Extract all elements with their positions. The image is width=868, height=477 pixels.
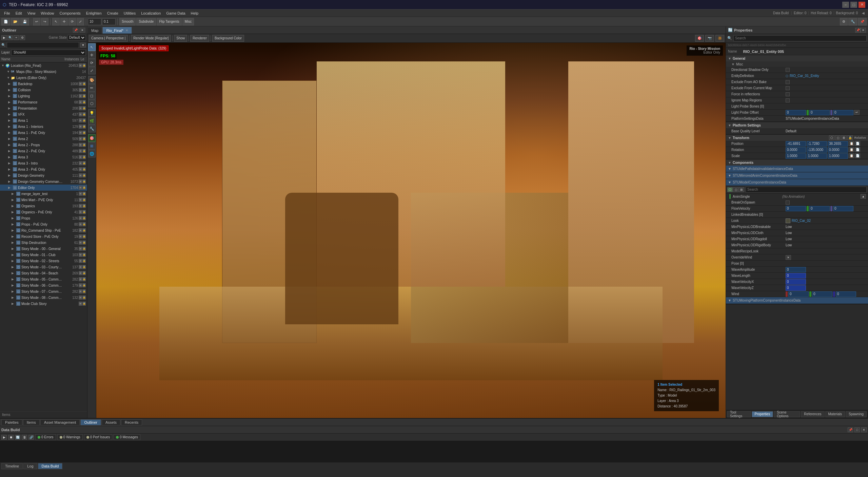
item-arrow[interactable]: ▶	[8, 107, 12, 110]
item-arrow[interactable]: ▶	[12, 216, 16, 220]
item-arrow[interactable]: ▶	[12, 235, 16, 238]
override-wind-x-button[interactable]: ✕	[786, 255, 791, 260]
flip-tangents-button[interactable]: Flip Tangents	[157, 18, 181, 25]
vis-lock-btn[interactable]: 🔒	[82, 295, 86, 300]
foliage-tool[interactable]: 🌿	[88, 117, 96, 125]
item-arrow[interactable]: ▶	[8, 180, 12, 183]
comp-btn-2[interactable]: ◻	[733, 187, 738, 192]
force-reflections-checkbox[interactable]	[786, 92, 790, 96]
vis-lock-btn[interactable]: 🔒	[82, 192, 86, 196]
layer-item-4[interactable]: ▶ ◻ Presentation 208 👁 🔒	[0, 105, 87, 111]
collapse-icon[interactable]: ◀	[860, 11, 867, 15]
wind-x[interactable]	[788, 291, 809, 297]
layer-item-23[interactable]: ▶ ◻ Props - PvE Only 80 👁 🔒	[0, 221, 87, 227]
layer-item-10[interactable]: ▶ ◻ Area 2 - Props 288 👁 🔒	[0, 142, 87, 148]
layer-item-16[interactable]: ▶ ◻ Design Geometry Command Ship 1073 👁 …	[0, 178, 87, 185]
scale-copy[interactable]: 📋	[849, 153, 854, 158]
layer-item-5[interactable]: ▶ ◻ VFX 437 👁 🔒	[0, 111, 87, 117]
vis-eye-btn[interactable]: 👁	[79, 179, 82, 184]
exclude-map-checkbox[interactable]	[786, 86, 790, 90]
sculpt-tool[interactable]: ✏	[88, 84, 96, 92]
select-tool[interactable]: ↖	[88, 43, 96, 51]
vis-lock-btn[interactable]: 🔒	[82, 149, 86, 153]
item-arrow[interactable]: ▶	[8, 125, 12, 128]
show-button[interactable]: Show	[174, 35, 187, 42]
vis-eye-btn[interactable]: 👁	[79, 283, 82, 287]
outliner-tb-1[interactable]: ▶	[1, 35, 7, 40]
layer-item-1[interactable]: ▶ ◻ Collision 305 👁 🔒	[0, 87, 87, 93]
vis-eye-btn[interactable]: 👁	[79, 192, 82, 196]
save-button[interactable]: 💾	[20, 18, 29, 25]
data-build-close[interactable]: ✕	[861, 427, 867, 432]
layer-item-11[interactable]: ▶ ◻ Area 2 - PvE Only 489 👁 🔒	[0, 148, 87, 154]
vis-eye-btn[interactable]: 👁	[79, 106, 82, 110]
settings-tool[interactable]: 🔧	[88, 125, 96, 132]
vis-lock-btn[interactable]: 🔒	[82, 131, 86, 135]
camera-mode-button[interactable]: Camera | Perspective |	[89, 35, 128, 42]
vis-eye-btn[interactable]: 👁	[79, 259, 82, 263]
outliner-tb-2[interactable]: 🔍	[7, 35, 13, 40]
rot-copy[interactable]: 📋	[849, 147, 854, 152]
background-color-button[interactable]: Background Color	[212, 35, 244, 42]
tab-assets[interactable]: Assets	[102, 419, 120, 425]
component-moving-platform[interactable]: ▼ STUMovingPlatformComponentInstanceData	[726, 297, 868, 304]
props-tab-materials[interactable]: Materials	[825, 411, 845, 417]
footer-tab-log[interactable]: Log	[23, 463, 37, 469]
snap-tool[interactable]: ⊞	[88, 142, 96, 150]
vis-lock-btn[interactable]: 🔒	[82, 228, 86, 232]
layer-item-21[interactable]: ▶ ◻ Organics - PvE Only 41 👁 🔒	[0, 209, 87, 215]
props-tab-scene-options[interactable]: Scene Options	[774, 411, 800, 417]
item-arrow[interactable]: ▶	[12, 210, 16, 214]
layer-item-22[interactable]: ▶ ◻ Props 126 👁 🔒	[0, 215, 87, 221]
item-arrow[interactable]: ▶	[12, 241, 16, 244]
transform-btn-4[interactable]: 🔒	[847, 135, 853, 140]
light-tool[interactable]: 💡	[88, 109, 96, 117]
vis-lock-btn[interactable]: 🔒	[82, 88, 86, 92]
item-arrow[interactable]: ▶	[8, 94, 12, 98]
wind-z[interactable]	[836, 291, 856, 297]
layer-item-35[interactable]: ▶ ◻ Story Mode - 08 - Command Ship E 132…	[0, 294, 87, 301]
vis-eye-btn[interactable]: 👁	[79, 167, 82, 171]
data-build-maximize[interactable]: □	[854, 427, 860, 432]
comp-btn-1[interactable]: ⬡	[727, 187, 733, 192]
section-platform-header[interactable]: ▼ Platform Settings	[726, 122, 868, 128]
hex-tool[interactable]: ⬡	[88, 100, 96, 107]
layer-item-9[interactable]: ▶ ◻ Area 2 509 👁 🔒	[0, 136, 87, 142]
item-arrow[interactable]: ▶	[12, 271, 16, 275]
vis-eye-btn[interactable]: 👁	[79, 143, 82, 147]
box-tool[interactable]: ◻	[88, 92, 96, 99]
scale-paste[interactable]: 📄	[855, 153, 860, 158]
minimize-button[interactable]: −	[842, 2, 849, 8]
item-arrow[interactable]: ▶	[8, 161, 12, 165]
scale-y[interactable]	[807, 153, 827, 159]
scale-button[interactable]: ⤢	[77, 18, 84, 25]
menu-window[interactable]: Window	[38, 11, 57, 16]
item-arrow[interactable]: ▶	[8, 186, 12, 189]
move-tool[interactable]: ✛	[88, 51, 96, 59]
menu-help[interactable]: Help	[188, 11, 201, 16]
layer-item-18[interactable]: ▶ ◻ merge_layer_test 1 👁 🔒	[0, 191, 87, 197]
vis-eye-btn[interactable]: 👁	[79, 289, 82, 293]
warnings-badge[interactable]: 0 Warnings	[57, 434, 83, 440]
vis-eye-btn[interactable]: 👁	[79, 228, 82, 232]
vis-eye-btn[interactable]: 👁	[79, 204, 82, 208]
vis-lock-btn[interactable]: 🔒	[82, 241, 86, 245]
props-tab-properties[interactable]: Properties	[752, 411, 773, 417]
vis-lock-btn[interactable]: 🔒	[82, 277, 86, 281]
redo-button[interactable]: ↪	[41, 18, 48, 25]
layer-item-19[interactable]: ▶ ◻ Mini Mart - PVE Only 11 👁 🔒	[0, 197, 87, 203]
vis-lock-btn[interactable]: 🔒	[82, 143, 86, 147]
scale-tool[interactable]: ⤢	[88, 67, 96, 74]
vis-eye-btn[interactable]: 👁	[79, 222, 82, 226]
layer-item-8[interactable]: ▶ ◻ Area 1 - PvE Only 194 👁 🔒	[0, 130, 87, 136]
vis-lock-btn[interactable]: 🔒	[82, 161, 86, 165]
layer-item-7[interactable]: ▶ ◻ Area 1 - Interiors 129 👁 🔒	[0, 123, 87, 130]
tab-map[interactable]: Map	[87, 27, 102, 34]
item-arrow[interactable]: ▶	[12, 253, 16, 256]
vis-lock-btn[interactable]: 🔒	[82, 222, 86, 226]
build-stop-btn[interactable]: ⏹	[8, 435, 14, 440]
tree-item-location[interactable]: ▼ 🌍 Location (Rio_Final) 20453 👁 🔒	[0, 62, 87, 69]
vis-lock-btn[interactable]: 🔒	[82, 137, 86, 141]
item-arrow[interactable]: ▶	[12, 223, 16, 226]
renderer-button[interactable]: Renderer	[190, 35, 209, 42]
